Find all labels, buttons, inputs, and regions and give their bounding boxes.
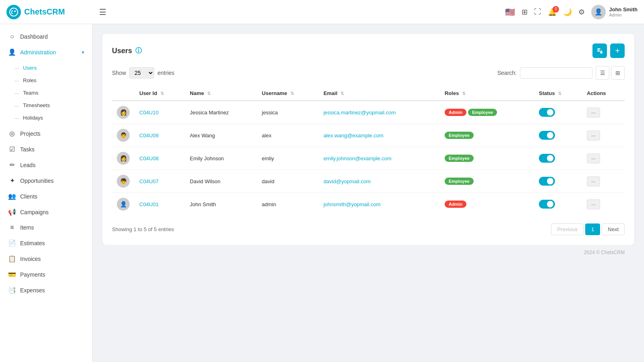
previous-button[interactable]: Previous: [551, 223, 584, 235]
col-email[interactable]: Email ⇅: [319, 86, 440, 101]
row-actions-button[interactable]: ···: [587, 199, 600, 209]
roles-cell: Admin: [440, 193, 534, 216]
entries-select[interactable]: 25 10 50 100: [129, 67, 154, 79]
search-actions: ☰ ⊞: [596, 66, 625, 80]
user-id-link[interactable]: C04U07: [139, 178, 159, 184]
user-id-link[interactable]: C04U08: [139, 155, 159, 161]
search-grid-button[interactable]: ⊞: [611, 66, 625, 80]
sidebar-item-payments[interactable]: 💳 Payments: [0, 267, 92, 282]
sidebar-item-invoices[interactable]: 📋 Invoices: [0, 251, 92, 267]
email-link[interactable]: emily.johnson@example.com: [323, 155, 391, 161]
table-row: 👩C04U08Emily Johnsonemliyemily.johnson@e…: [112, 147, 625, 170]
table-row: 👦C04U07David Wilsondaviddavid@yopmail.co…: [112, 170, 625, 193]
expenses-icon: 📑: [8, 286, 16, 294]
add-user-button[interactable]: +: [610, 43, 625, 58]
sidebar-item-administration[interactable]: 👤 Administration ▾: [0, 44, 92, 60]
sidebar-item-tasks[interactable]: ☑ Tasks: [0, 141, 92, 157]
fullscreen-button[interactable]: ⛶: [534, 8, 541, 16]
sidebar-item-clients[interactable]: 👥 Clients: [0, 188, 92, 204]
export-button[interactable]: [592, 43, 607, 58]
sidebar-item-roles[interactable]: Roles: [0, 74, 92, 87]
notifications-button[interactable]: 🔔 0: [548, 8, 557, 17]
table-row: 👨C04U09Alex Wangalexalex.wang@example.co…: [112, 124, 625, 147]
name-cell: Emily Johnson: [185, 147, 257, 170]
user-profile[interactable]: 👤 John Smith Admin: [591, 5, 638, 19]
sidebar-item-holidays[interactable]: Holidays: [0, 112, 92, 124]
status-cell: [534, 193, 582, 216]
page-1-button[interactable]: 1: [585, 223, 600, 235]
sidebar-item-campaigns[interactable]: 📢 Campaigns: [0, 204, 92, 220]
col-status[interactable]: Status ⇅: [534, 86, 582, 101]
sidebar-item-timesheets[interactable]: Timesheets: [0, 99, 92, 112]
sidebar-item-users[interactable]: Users: [0, 62, 92, 74]
row-actions-button[interactable]: ···: [587, 153, 600, 163]
users-card: Users ⓘ +: [102, 34, 634, 245]
col-username[interactable]: Username ⇅: [257, 86, 319, 101]
table-head: User Id ⇅ Name ⇅ Username ⇅ Email ⇅ Role…: [112, 86, 625, 101]
email-link[interactable]: david@yopmail.com: [323, 178, 371, 184]
svg-point-1: [14, 10, 16, 12]
role-badge: Employee: [468, 109, 497, 116]
search-list-button[interactable]: ☰: [596, 66, 609, 80]
apps-button[interactable]: ⊞: [522, 8, 528, 17]
username-cell: emliy: [257, 147, 319, 170]
col-user-id[interactable]: User Id ⇅: [135, 86, 185, 101]
user-id-link[interactable]: C04U01: [139, 201, 159, 207]
role-badge: Employee: [445, 178, 474, 185]
hamburger-button[interactable]: ☰: [99, 7, 106, 17]
name-cell: Alex Wang: [185, 124, 257, 147]
sidebar-item-items[interactable]: ≡ Items: [0, 220, 92, 235]
email-link[interactable]: johnsmith@yopmail.com: [323, 201, 381, 207]
status-toggle[interactable]: [539, 200, 555, 209]
settings-button[interactable]: ⚙: [578, 8, 585, 17]
sidebar-item-dashboard[interactable]: ○ Dashboard: [0, 29, 92, 44]
pagination-info: Showing 1 to 5 of 5 entries: [112, 226, 174, 232]
language-flag[interactable]: 🇺🇸: [505, 7, 515, 17]
user-details: John Smith Admin: [609, 6, 638, 17]
status-toggle[interactable]: [539, 154, 555, 163]
actions-cell: ···: [582, 101, 625, 124]
sidebar-item-estimates[interactable]: 📄 Estimates: [0, 235, 92, 251]
row-actions-button[interactable]: ···: [587, 130, 600, 141]
sidebar-item-projects[interactable]: ◎ Projects: [0, 126, 92, 141]
dark-mode-button[interactable]: 🌙: [563, 8, 572, 17]
status-toggle[interactable]: [539, 131, 555, 140]
search-input[interactable]: [520, 67, 592, 79]
pagination-controls: Previous 1 Next: [551, 223, 625, 235]
info-icon[interactable]: ⓘ: [135, 47, 142, 55]
email-cell: alex.wang@example.com: [319, 124, 440, 147]
user-id-link[interactable]: C04U09: [139, 132, 159, 139]
status-toggle[interactable]: [539, 108, 555, 117]
app-logo[interactable]: ChetsCRM: [6, 5, 99, 19]
svg-rect-4: [597, 51, 600, 52]
pagination: Showing 1 to 5 of 5 entries Previous 1 N…: [112, 223, 625, 235]
status-toggle[interactable]: [539, 177, 555, 186]
estimates-icon: 📄: [8, 239, 16, 247]
user-id-link[interactable]: C04U10: [139, 110, 159, 116]
sidebar-item-label: Estimates: [20, 240, 45, 246]
status-cell: [534, 101, 582, 124]
row-actions-button[interactable]: ···: [587, 108, 600, 118]
next-button[interactable]: Next: [602, 223, 625, 235]
sidebar-item-leads[interactable]: ✏ Leads: [0, 157, 92, 173]
avatar: 👨: [117, 129, 130, 142]
sidebar-item-expenses[interactable]: 📑 Expenses: [0, 282, 92, 298]
status-cell: [534, 124, 582, 147]
sidebar-item-opportunities[interactable]: ✦ Opportunities: [0, 173, 92, 188]
avatar-cell: 👩: [112, 147, 135, 170]
avatar: 👩: [117, 106, 130, 119]
svg-point-0: [10, 8, 18, 16]
row-actions-button[interactable]: ···: [587, 176, 600, 186]
col-name[interactable]: Name ⇅: [185, 86, 257, 101]
email-link[interactable]: alex.wang@example.com: [323, 132, 383, 139]
status-cell: [534, 147, 582, 170]
sidebar-item-teams[interactable]: Teams: [0, 87, 92, 99]
col-roles[interactable]: Roles ⇅: [440, 86, 534, 101]
table-header-row: User Id ⇅ Name ⇅ Username ⇅ Email ⇅ Role…: [112, 86, 625, 101]
app-name: ChetsCRM: [24, 7, 65, 17]
roles-cell: AdminEmployee: [440, 101, 534, 124]
toggle-slider: [539, 108, 555, 117]
email-link[interactable]: jessica.martinez@yopmail.com: [323, 110, 396, 116]
role-badge: Employee: [445, 132, 474, 139]
teams-label: Teams: [23, 90, 38, 96]
